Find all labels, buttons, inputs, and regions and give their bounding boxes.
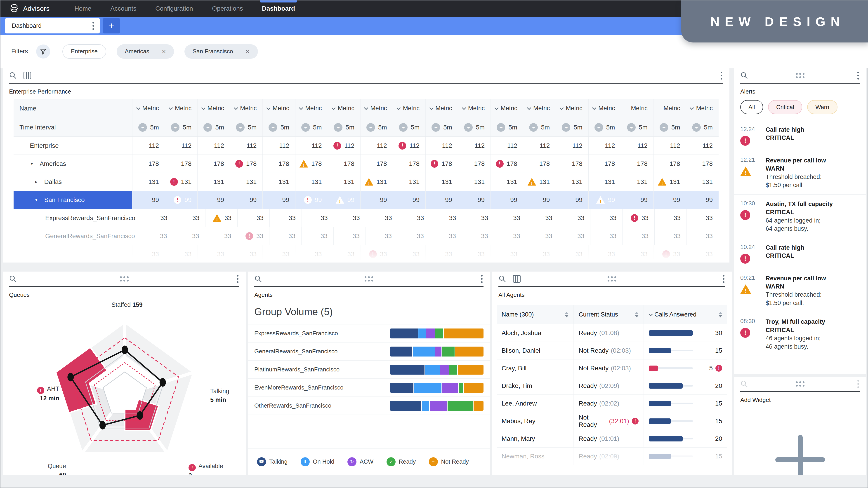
metric-value-cell[interactable]: 33	[590, 209, 622, 227]
all-agents-column-header-2[interactable]: Calls Answered	[644, 305, 727, 324]
metric-value-cell[interactable]: 112	[556, 137, 588, 155]
metric-value-cell[interactable]: 33	[197, 245, 230, 263]
alert-item-5[interactable]: 08:30!Troy, MI full capacityCRITICAL46 a…	[734, 312, 866, 356]
table-row-americas[interactable]: ▾Americas178178178!178178!178178178178!1…	[13, 155, 719, 173]
metric-value-cell[interactable]: 99	[556, 191, 588, 209]
interval-toggle-icon[interactable]: ◂▸	[464, 123, 473, 132]
chevron-down-icon[interactable]	[266, 106, 270, 110]
interval-toggle-icon[interactable]: ◂▸	[334, 123, 342, 132]
column-header-metric-9[interactable]: Metric	[393, 99, 426, 118]
widget-menu-icon[interactable]	[720, 71, 723, 80]
metric-value-cell[interactable]: !131	[360, 173, 393, 191]
metric-value-cell[interactable]: 178	[556, 155, 588, 173]
chevron-down-icon[interactable]	[136, 106, 140, 110]
metric-value-cell[interactable]: !99	[295, 191, 328, 209]
interval-cell-8[interactable]: ◂▸5m	[360, 118, 393, 136]
metric-value-cell[interactable]: 99	[653, 191, 686, 209]
interval-toggle-icon[interactable]: ◂▸	[399, 123, 408, 132]
metric-value-cell[interactable]: 33	[556, 245, 588, 263]
metric-value-cell[interactable]: 112	[491, 137, 523, 155]
metric-value-cell[interactable]: 33	[301, 227, 333, 245]
metric-value-cell[interactable]: 131	[686, 173, 719, 191]
column-header-metric-12[interactable]: Metric	[491, 99, 523, 118]
metric-value-cell[interactable]: 178	[197, 155, 230, 173]
metric-value-cell[interactable]: !33	[622, 209, 654, 227]
metric-value-cell[interactable]: !178	[491, 155, 523, 173]
add-widget-plus-icon[interactable]	[775, 435, 825, 475]
column-header-metric-4[interactable]: Metric	[230, 99, 262, 118]
metric-value-cell[interactable]: 112	[197, 137, 230, 155]
metric-value-cell[interactable]: 33	[366, 209, 398, 227]
metric-value-cell[interactable]: 112	[132, 137, 165, 155]
metric-value-cell[interactable]: 33	[141, 209, 173, 227]
metric-value-cell[interactable]: 131	[393, 173, 426, 191]
agent-row-aloch-joshua[interactable]: Aloch, JoshuaReady(01:08)30	[497, 324, 727, 342]
metric-value-cell[interactable]: 33	[173, 209, 205, 227]
metric-value-cell[interactable]: 33	[205, 227, 237, 245]
table-row-cut[interactable]: 33333333333333!333333333333333333!3333	[13, 245, 719, 263]
metric-value-cell[interactable]: 131	[132, 173, 165, 191]
metric-value-cell[interactable]: !33	[653, 245, 686, 263]
metric-value-cell[interactable]: 33	[426, 245, 458, 263]
metric-value-cell[interactable]: !99	[165, 191, 197, 209]
column-header-metric-13[interactable]: Metric	[523, 99, 556, 118]
search-icon[interactable]	[498, 275, 506, 283]
row-name-cell[interactable]: GeneralRewards_SanFrancisco	[13, 227, 141, 245]
metric-value-cell[interactable]: 33	[654, 209, 686, 227]
metric-value-cell[interactable]: 99	[262, 191, 295, 209]
metric-value-cell[interactable]: !131	[653, 173, 686, 191]
column-header-metric-2[interactable]: Metric	[165, 99, 197, 118]
metric-value-cell[interactable]: 99	[230, 191, 262, 209]
metric-value-cell[interactable]: 33	[393, 245, 426, 263]
column-header-metric-6[interactable]: Metric	[295, 99, 328, 118]
table-row-enterprise[interactable]: Enterprise112112112112112112!112112!1121…	[13, 137, 719, 155]
column-header-metric-10[interactable]: Metric	[426, 99, 458, 118]
row-name-cell[interactable]: ExpressRewards_SanFrancisco	[13, 209, 141, 227]
column-header-metric-15[interactable]: Metric	[588, 99, 621, 118]
metric-value-cell[interactable]: 131	[556, 173, 588, 191]
metric-value-cell[interactable]: 131	[491, 173, 523, 191]
metric-value-cell[interactable]: 178	[686, 155, 719, 173]
metric-value-cell[interactable]: 178	[653, 155, 686, 173]
metric-value-cell[interactable]: 99	[621, 191, 653, 209]
widget-menu-icon[interactable]	[236, 274, 239, 284]
metric-value-cell[interactable]: 33	[334, 209, 366, 227]
alert-filter-critical[interactable]: Critical	[768, 100, 802, 114]
metric-value-cell[interactable]: 33	[270, 209, 302, 227]
metric-value-cell[interactable]: 33	[141, 227, 173, 245]
interval-cell-6[interactable]: ◂▸5m	[295, 118, 328, 136]
interval-toggle-icon[interactable]: ◂▸	[204, 123, 212, 132]
chevron-down-icon[interactable]	[299, 106, 303, 110]
metric-value-cell[interactable]: !131	[523, 173, 556, 191]
metric-value-cell[interactable]: 33	[494, 227, 526, 245]
agent-row-newman-ross[interactable]: Newman, RossReady(02:09)15	[497, 448, 727, 465]
metric-value-cell[interactable]: !112	[328, 137, 360, 155]
metric-value-cell[interactable]: 33	[654, 227, 686, 245]
metric-value-cell[interactable]: 33	[398, 227, 430, 245]
interval-cell-7[interactable]: ◂▸5m	[328, 118, 360, 136]
metric-value-cell[interactable]: 99	[197, 191, 230, 209]
metric-value-cell[interactable]: 99	[686, 191, 719, 209]
metric-value-cell[interactable]: 99	[360, 191, 393, 209]
metric-value-cell[interactable]: !178	[295, 155, 328, 173]
metric-value-cell[interactable]: 33	[491, 245, 523, 263]
all-agents-column-header-0[interactable]: Name (300)	[497, 305, 574, 324]
metric-value-cell[interactable]: 99	[393, 191, 426, 209]
interval-cell-4[interactable]: ◂▸5m	[230, 118, 262, 136]
metric-value-cell[interactable]: 33	[328, 245, 360, 263]
chevron-down-icon[interactable]	[364, 106, 368, 110]
chevron-down-icon[interactable]	[397, 106, 401, 110]
table-row-generalrewards_sanfrancisco[interactable]: GeneralRewards_SanFrancisco333333!333333…	[13, 227, 719, 245]
interval-toggle-icon[interactable]: ◂▸	[692, 123, 701, 132]
metric-value-cell[interactable]: 33	[269, 227, 301, 245]
metric-value-cell[interactable]: 178	[588, 155, 621, 173]
metric-value-cell[interactable]: 99	[523, 191, 556, 209]
filter-chip-americas[interactable]: Americas×	[117, 44, 174, 59]
nav-item-accounts[interactable]: Accounts	[110, 0, 136, 17]
sort-arrows-icon[interactable]	[565, 312, 568, 318]
alert-item-0[interactable]: 12.24!Call rate highCRITICAL	[734, 120, 866, 151]
alert-filter-all[interactable]: All	[740, 100, 763, 114]
chevron-down-icon[interactable]	[649, 312, 653, 316]
caret-down-icon[interactable]: ▾	[35, 197, 37, 202]
metric-value-cell[interactable]: 112	[621, 137, 653, 155]
